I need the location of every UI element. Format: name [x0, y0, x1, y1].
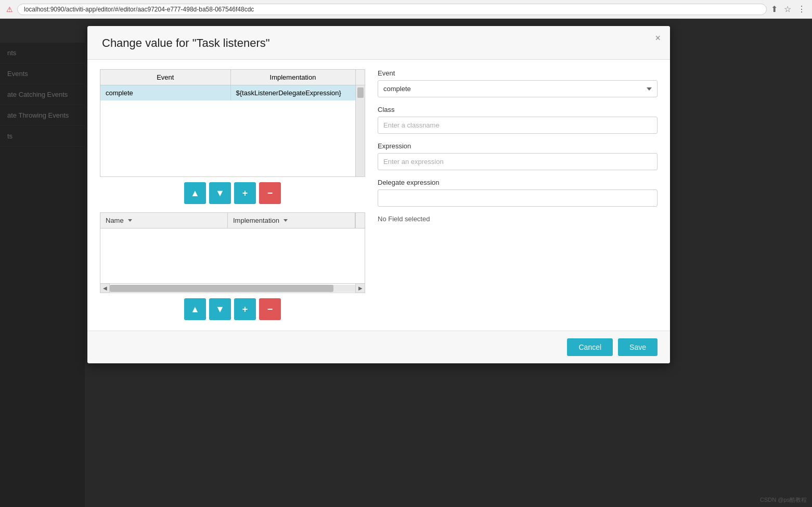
- name-col-label: Name: [106, 217, 124, 224]
- listeners-table: Event Implementation: [100, 70, 365, 85]
- listeners-table-wrapper: Event Implementation complete ${taskList…: [100, 69, 365, 177]
- browser-actions: ⬆ ☆ ⋮: [771, 4, 806, 14]
- fields-section: Name Implementation ◀: [100, 212, 365, 320]
- field-add-button[interactable]: +: [234, 298, 256, 320]
- expression-form-group: Expression: [378, 142, 658, 170]
- right-panel: Event complete create assignment delete …: [378, 69, 658, 320]
- col-impl-header: Implementation: [230, 70, 355, 85]
- top-action-buttons: ▲ ▼ + −: [100, 182, 365, 204]
- name-col-header[interactable]: Name: [100, 213, 228, 228]
- delegate-label: Delegate expression: [378, 179, 658, 186]
- remove-button[interactable]: −: [259, 182, 281, 204]
- class-form-group: Class: [378, 106, 658, 134]
- modal-footer: Cancel Save: [87, 331, 670, 363]
- fields-table-wrapper: Name Implementation ◀: [100, 212, 365, 293]
- field-move-down-button[interactable]: ▼: [209, 298, 231, 320]
- table-row[interactable]: complete ${taskListenerDelegateExpressio…: [100, 85, 365, 100]
- no-field-text: No Field selected: [378, 215, 430, 223]
- modal-body: Event Implementation complete ${taskList…: [87, 60, 670, 331]
- event-form-group: Event complete create assignment delete …: [378, 69, 658, 97]
- fields-table-header: Name Implementation: [100, 213, 365, 229]
- impl-cell: ${taskListenerDelegateExpression}: [230, 85, 365, 100]
- class-input[interactable]: [378, 117, 658, 134]
- bottom-action-buttons: ▲ ▼ + −: [100, 298, 365, 320]
- scrollbar-track: [110, 285, 355, 292]
- left-panel: Event Implementation complete ${taskList…: [100, 69, 365, 320]
- modal-close-button[interactable]: ×: [655, 33, 661, 43]
- event-cell: complete: [100, 85, 230, 100]
- listeners-table-body: complete ${taskListenerDelegateExpressio…: [100, 85, 365, 100]
- impl-col-label: Implementation: [233, 217, 279, 224]
- browser-icon: ⚠: [6, 5, 13, 14]
- modal-dialog: Change value for "Task listeners" × Even…: [87, 26, 670, 363]
- scroll-right-btn[interactable]: ▶: [355, 284, 365, 293]
- impl-col-chevron: [283, 219, 288, 222]
- event-select[interactable]: complete create assignment delete all: [378, 80, 658, 97]
- delegate-form-group: Delegate expression ${taskListenerDelega…: [378, 179, 658, 207]
- modal-header: Change value for "Task listeners" ×: [87, 26, 670, 60]
- fields-body: [100, 229, 365, 283]
- add-button[interactable]: +: [234, 182, 256, 204]
- scroll-left-btn[interactable]: ◀: [100, 284, 110, 293]
- class-label: Class: [378, 106, 658, 113]
- cancel-button[interactable]: Cancel: [567, 338, 613, 356]
- share-icon[interactable]: ⬆: [771, 4, 778, 14]
- browser-url-bar[interactable]: localhost:9090/activiti-app/editor/#/edi…: [17, 4, 767, 15]
- impl-col-header[interactable]: Implementation: [228, 213, 355, 228]
- scrollbar-area[interactable]: ◀ ▶: [100, 283, 365, 293]
- modal-title: Change value for "Task listeners": [102, 36, 655, 50]
- event-label: Event: [378, 69, 658, 77]
- expression-label: Expression: [378, 142, 658, 150]
- browser-chrome: ⚠ localhost:9090/activiti-app/editor/#/e…: [0, 0, 812, 19]
- field-move-up-button[interactable]: ▲: [184, 298, 206, 320]
- save-button[interactable]: Save: [618, 338, 658, 356]
- star-icon[interactable]: ☆: [784, 4, 791, 14]
- move-down-button[interactable]: ▼: [209, 182, 231, 204]
- move-up-button[interactable]: ▲: [184, 182, 206, 204]
- menu-icon[interactable]: ⋮: [797, 4, 806, 14]
- name-col-chevron: [128, 219, 132, 222]
- delegate-input[interactable]: ${taskListenerDelegateExpression}: [378, 189, 658, 207]
- field-remove-button[interactable]: −: [259, 298, 281, 320]
- col-event-header: Event: [100, 70, 230, 85]
- no-field-area: No Field selected: [378, 215, 658, 223]
- expression-input[interactable]: [378, 153, 658, 170]
- scrollbar-thumb: [110, 285, 333, 292]
- scroll-header-spacer: [355, 213, 365, 228]
